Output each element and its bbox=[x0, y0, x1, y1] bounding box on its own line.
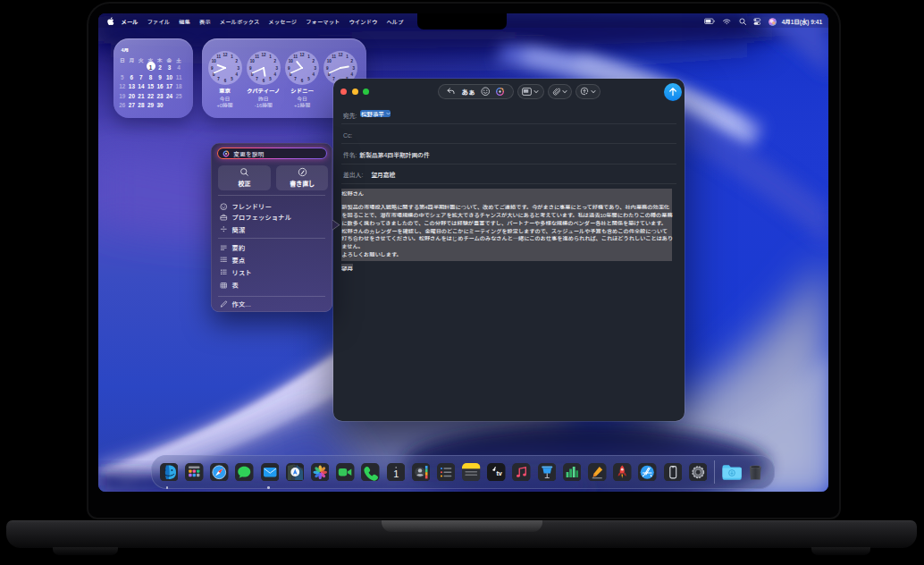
svg-text:11: 11 bbox=[332, 54, 337, 59]
svg-text:11: 11 bbox=[255, 54, 259, 59]
svg-text:12: 12 bbox=[339, 52, 344, 57]
svg-text:10: 10 bbox=[289, 58, 294, 63]
svg-text:12: 12 bbox=[300, 52, 306, 57]
svg-text:10: 10 bbox=[249, 58, 255, 63]
svg-text:11: 11 bbox=[216, 54, 221, 59]
svg-text:tv: tv bbox=[497, 468, 502, 476]
svg-text:10: 10 bbox=[211, 58, 216, 63]
svg-text:10: 10 bbox=[327, 58, 332, 63]
svg-text:1: 1 bbox=[393, 468, 399, 478]
svg-text:12: 12 bbox=[261, 52, 266, 57]
svg-text:12: 12 bbox=[223, 52, 228, 57]
svg-text:11: 11 bbox=[293, 54, 298, 59]
